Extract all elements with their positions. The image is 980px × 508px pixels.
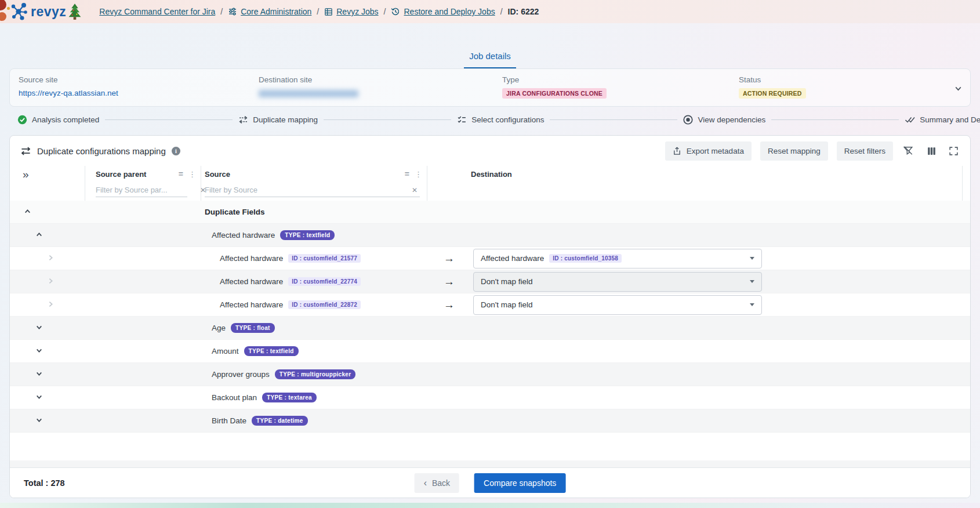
clear-filter-icon[interactable]: ✕	[409, 186, 420, 194]
column-header-source-parent[interactable]: Source parent	[96, 170, 146, 179]
column-menu-icon[interactable]: =	[179, 169, 183, 179]
destination-site-redacted-value	[259, 90, 358, 97]
type-label: Type	[502, 75, 739, 84]
column-header-destination[interactable]: Destination	[471, 170, 512, 179]
total-count: Total : 278	[24, 478, 65, 488]
row-label: Backout plan	[212, 393, 257, 402]
molecule-logo-icon	[10, 2, 29, 21]
table-row[interactable]: Backout plan TYPE : textarea	[10, 386, 970, 409]
column-more-icon[interactable]: ⋮	[188, 170, 196, 179]
id-badge: ID : customfield_22774	[288, 277, 361, 286]
row-chevron-icon[interactable]	[35, 370, 43, 378]
history-icon	[391, 7, 400, 16]
row-label: Amount	[212, 347, 239, 355]
breadcrumb-item-command-center[interactable]: Revyz Command Center for Jira	[99, 7, 215, 16]
row-chevron-icon[interactable]	[35, 347, 43, 354]
breadcrumb-item-job-id: ID: 6222	[508, 7, 539, 16]
expand-all-icon[interactable]: »	[10, 169, 29, 180]
breadcrumb-separator: /	[317, 7, 319, 16]
row-chevron-icon[interactable]	[35, 231, 43, 238]
revyz-logo[interactable]: revyz	[10, 2, 82, 21]
panel-footer: Total : 278 ‹ Back Compare snapshots	[10, 467, 970, 498]
id-badge: ID : customfield_21577	[288, 254, 361, 263]
reset-filters-button[interactable]: Reset filters	[837, 141, 893, 161]
breadcrumb-item-restore-deploy[interactable]: Restore and Deploy Jobs	[391, 7, 495, 16]
step-connector	[105, 119, 233, 120]
destination-id-badge: ID : customfield_10358	[549, 254, 622, 263]
compare-snapshots-button[interactable]: Compare snapshots	[474, 473, 565, 493]
panel-toolbar: Duplicate configurations mapping i Expor…	[10, 136, 970, 166]
step-select-configurations: Select configurations	[457, 115, 544, 125]
row-chevron-icon	[47, 254, 55, 262]
type-badge: TYPE : multigrouppicker	[275, 369, 356, 379]
column-menu-icon[interactable]: =	[405, 169, 409, 179]
reset-mapping-button[interactable]: Reset mapping	[760, 141, 828, 161]
type-badge: JIRA CONFIGURATIONS CLONE	[502, 88, 607, 99]
row-chevron-icon[interactable]	[35, 324, 43, 331]
export-icon	[673, 147, 681, 155]
row-chevron-icon	[47, 277, 55, 285]
table-row: Affected hardware ID : customfield_22774…	[10, 270, 970, 293]
type-badge: TYPE : textfield	[244, 346, 299, 356]
clear-filters-icon[interactable]	[902, 144, 914, 157]
id-badge: ID : customfield_22872	[288, 300, 361, 309]
column-header-source[interactable]: Source	[205, 170, 230, 179]
table-row[interactable]: Duplicate Fields	[10, 201, 970, 224]
status-badge: ACTION REQUIRED	[739, 88, 806, 99]
table-row[interactable]: Affected hardware TYPE : textfield	[10, 224, 970, 247]
source-parent-filter-input[interactable]	[96, 186, 198, 194]
tab-job-details[interactable]: Job details	[464, 50, 516, 68]
panel-title: Duplicate configurations mapping i	[20, 146, 180, 157]
table-body: Duplicate Fields Affected hardware TYPE …	[10, 201, 970, 467]
destination-value: Don't map field	[481, 300, 533, 309]
row-chevron-icon[interactable]	[24, 208, 31, 215]
destination-select[interactable]: Don't map field	[473, 295, 762, 315]
table-row[interactable]: Birth Date TYPE : datetime	[10, 409, 970, 433]
breadcrumb-separator: /	[500, 7, 503, 16]
columns-icon[interactable]	[925, 145, 938, 157]
status-label: Status	[739, 75, 961, 84]
page-bottom-decoration	[0, 503, 980, 508]
back-button[interactable]: ‹ Back	[415, 473, 459, 493]
row-label: Approver groups	[212, 370, 270, 379]
info-icon[interactable]: i	[172, 147, 180, 155]
source-site-value[interactable]: https://revyz-qa.atlassian.net	[19, 89, 259, 97]
column-more-icon[interactable]: ⋮	[415, 170, 422, 179]
destination-value: Don't map field	[481, 277, 533, 286]
breadcrumb-item-core-administration[interactable]: Core Administration	[228, 7, 311, 16]
breadcrumb: Revyz Command Center for Jira / Core Adm…	[99, 7, 539, 16]
caret-down-icon	[750, 257, 754, 260]
row-chevron-icon[interactable]	[35, 393, 43, 401]
step-analysis-completed: Analysis completed	[17, 115, 99, 125]
destination-site-section: Destination site	[259, 75, 502, 106]
table-row[interactable]: Age TYPE : float	[10, 317, 970, 340]
progress-stepper: Analysis completed Duplicate mapping Sel…	[17, 115, 980, 125]
table-header: » Source parent = ⋮ Source = ⋮ Destinati…	[10, 166, 970, 182]
row-label: Affected hardware	[220, 277, 283, 286]
ornament-decoration	[0, 0, 6, 10]
christmas-tree-icon	[68, 3, 82, 20]
panel-title-text: Duplicate configurations mapping	[37, 146, 166, 156]
table-row[interactable]: Amount TYPE : textfield	[10, 340, 970, 363]
destination-select[interactable]: Don't map field	[473, 272, 762, 292]
collapse-chevron-icon[interactable]	[954, 84, 963, 93]
type-badge: TYPE : textarea	[262, 393, 317, 402]
step-connector	[324, 119, 451, 120]
app-header: revyz Revyz Command Center for Jira /	[0, 0, 980, 23]
breadcrumb-item-revyz-jobs[interactable]: Revyz Jobs	[324, 7, 378, 16]
breadcrumb-separator: /	[220, 7, 223, 16]
export-metadata-button[interactable]: Export metadata	[665, 141, 752, 161]
destination-select[interactable]: Affected hardware ID : customfield_10358	[473, 249, 762, 268]
rows-host: Duplicate Fields Affected hardware TYPE …	[10, 201, 970, 433]
step-connector	[771, 119, 899, 120]
row-chevron-icon[interactable]	[35, 416, 43, 424]
row-label: Age	[212, 324, 226, 332]
source-filter-input[interactable]	[205, 186, 409, 194]
type-badge: TYPE : float	[231, 323, 275, 333]
toolbar-actions: Export metadata Reset mapping Reset filt…	[665, 141, 960, 161]
table-row[interactable]: Approver groups TYPE : multigrouppicker	[10, 363, 970, 386]
fullscreen-icon[interactable]	[948, 145, 960, 157]
table-filter-row: ✕ ✕	[10, 182, 970, 201]
step-duplicate-mapping: Duplicate mapping	[238, 115, 318, 125]
mapping-swap-icon	[20, 146, 31, 157]
